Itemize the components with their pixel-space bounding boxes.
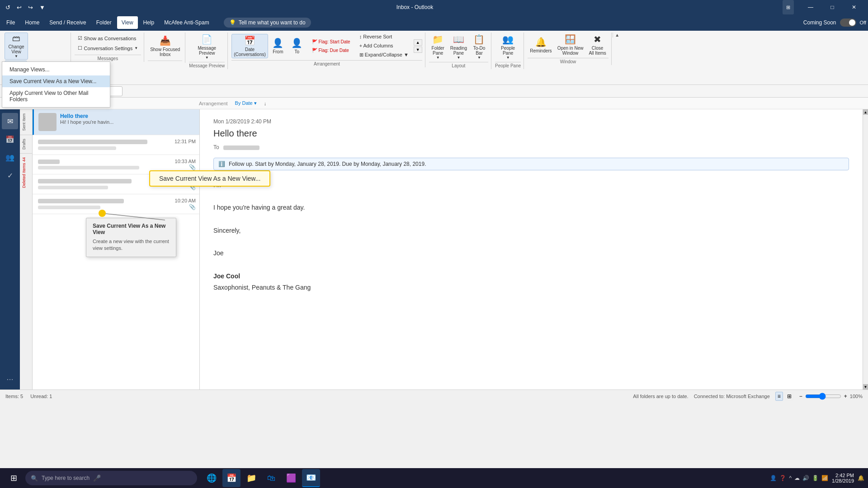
ribbon-minimize-btn[interactable]: ▲ [613, 33, 622, 38]
sync-status: All folders are up to date. [633, 394, 688, 399]
folder-labels: Sent Item Drafts Deleted Items 44 [20, 109, 33, 389]
attachment-icon-5: 📎 [189, 204, 196, 210]
sidebar-calendar-icon[interactable]: 📅 [2, 131, 18, 147]
apply-view-item[interactable]: Apply Current View to Other Mail Folders [2, 87, 110, 105]
expand-collapse-btn[interactable]: ⊞ Expand/Collapse ▼ [356, 51, 412, 59]
taskbar-app-calendar[interactable]: 📅 [222, 469, 241, 487]
reminders-btn[interactable]: 🔔 Reminders [528, 35, 554, 55]
taskbar-app-store[interactable]: 🛍 [262, 469, 280, 487]
layout-row: 📁 FolderPane ▼ 📖 ReadingPane ▼ 📋 To-DoBa… [429, 33, 488, 61]
cloud-icon[interactable]: ☁ [794, 475, 800, 481]
sig-title: Saxophonist, Peanuts & The Gang [213, 282, 849, 293]
redo-btn[interactable]: ↪ [26, 3, 35, 12]
manage-views-item[interactable]: Manage Views... [2, 64, 110, 75]
sidebar-tasks-icon[interactable]: ✓ [2, 167, 18, 183]
scroll-down-btn[interactable]: ▼ [414, 47, 422, 53]
people-icon[interactable]: 👤 [770, 475, 777, 481]
menu-home[interactable]: Home [20, 16, 44, 29]
network-icon[interactable]: 🔊 [802, 475, 809, 481]
from-btn[interactable]: 👤 From [269, 36, 287, 56]
to-label: To [213, 144, 219, 150]
zoom-slider[interactable] [805, 393, 841, 400]
date-conversations-btn[interactable]: 📅 Date(Conversations) [231, 34, 268, 58]
scroll-up-btn[interactable]: ▲ [414, 39, 422, 46]
close-all-btn[interactable]: ✖ CloseAll Items [586, 33, 608, 57]
scroll-down-btn[interactable]: ▼ [863, 384, 868, 389]
question-icon[interactable]: ❓ [779, 475, 786, 481]
reading-pane: Mon 1/28/2019 2:40 PM Hello there To ℹ️ … [200, 109, 863, 389]
taskbar-app-slack[interactable]: 🟪 [282, 469, 300, 487]
close-btn[interactable]: ✕ [844, 0, 864, 14]
sort-desc-arrow[interactable]: ↓ [264, 101, 267, 106]
add-columns-btn[interactable]: + Add Columns [356, 42, 412, 50]
qa-dropdown[interactable]: ▼ [38, 3, 47, 12]
change-view-btn[interactable]: 🗃 ChangeView ▼ [5, 33, 28, 60]
people-pane-btn[interactable]: 👥 PeoplePane ▼ [495, 33, 521, 61]
toggle-off-label: Off [860, 20, 866, 25]
start-button[interactable]: ⊞ [4, 470, 24, 486]
maximize-btn[interactable]: □ [822, 0, 843, 14]
date-icon: 📅 [244, 35, 255, 46]
sidebar-people-icon[interactable]: 👥 [2, 149, 18, 165]
message-preview-btn[interactable]: 📄 MessagePreview ▼ [189, 33, 225, 61]
focused-inbox-group-title [148, 61, 182, 62]
drafts-label[interactable]: Drafts [20, 135, 32, 153]
email-item-5[interactable]: 10:20 AM 📎 [33, 194, 199, 214]
message-preview-group-title: Message Preview [189, 62, 225, 68]
menu-send-receive[interactable]: Send / Receive [45, 16, 90, 29]
show-conversations-btn[interactable]: ☑ Show as Conversations [75, 34, 142, 42]
chevron-icon[interactable]: ^ [789, 475, 792, 481]
reading-pane-btn[interactable]: 📖 ReadingPane ▼ [448, 33, 469, 61]
taskbar-search[interactable]: 🔍 Type here to search 🎤 [25, 471, 197, 485]
sidebar-more-icon[interactable]: … [2, 370, 18, 386]
minimize-btn[interactable]: — [800, 0, 821, 14]
save-view-highlight-btn[interactable]: Save Current View As a New View... [149, 170, 270, 187]
open-new-window-btn[interactable]: 🪟 Open in NewWindow [555, 33, 586, 57]
taskbar-app-edge[interactable]: 🌐 [203, 469, 221, 487]
todo-bar-btn[interactable]: 📋 To-DoBar ▼ [470, 33, 488, 61]
menu-mcafee[interactable]: McAfee Anti-Spam [160, 16, 213, 29]
zoom-in-btn[interactable]: + [844, 393, 847, 399]
by-date-sort[interactable]: By Date ▾ [235, 100, 257, 106]
reverse-sort-btn[interactable]: ↕ Reverse Sort [356, 33, 412, 41]
left-sidebar: ✉ 📅 👥 ✓ … [0, 109, 20, 389]
scroll-up-btn[interactable]: ▲ [863, 109, 868, 115]
zoom-out-btn[interactable]: − [799, 393, 802, 399]
message-preview-group: 📄 MessagePreview ▼ Message Preview [186, 33, 228, 69]
menu-folder[interactable]: Folder [92, 16, 116, 29]
flag-due-btn[interactable]: 🚩 Flag: Due Date [309, 47, 354, 54]
taskbar: ⊞ 🔍 Type here to search 🎤 🌐 📅 📁 🛍 🟪 📧 👤 … [0, 468, 868, 488]
taskbar-app-outlook[interactable]: 📧 [302, 469, 320, 487]
email-content-1: Hello there Hi! I hope you're havin... [60, 113, 195, 125]
taskbar-app-explorer[interactable]: 📁 [242, 469, 260, 487]
to-btn[interactable]: 👤 To [288, 36, 306, 56]
grid-view-btn[interactable]: ⊞ [785, 392, 794, 401]
list-view-btn[interactable]: ≡ [775, 392, 783, 401]
battery-icon[interactable]: 📶 [821, 475, 828, 481]
tell-me-input[interactable]: 💡 Tell me what you want to do [224, 18, 311, 28]
email-item-1[interactable]: Hello there Hi! I hope you're havin... [33, 109, 199, 135]
people-pane-group-title: People Pane [495, 62, 521, 68]
email-item-2[interactable]: 12:31 PM [33, 135, 199, 155]
refresh-btn[interactable]: ↺ [4, 3, 12, 12]
folder-pane-btn[interactable]: 📁 FolderPane ▼ [429, 33, 447, 61]
sidebar-mail-icon[interactable]: ✉ [2, 113, 18, 129]
show-focused-inbox-btn[interactable]: 📥 Show FocusedInbox [148, 33, 182, 60]
flag-start-btn[interactable]: 🚩 Flag: Start Date [309, 38, 354, 46]
menu-view[interactable]: View [117, 16, 138, 29]
email-preview-2 [38, 146, 116, 150]
notification-icon[interactable]: 🔔 [858, 475, 864, 481]
menu-help[interactable]: Help [139, 16, 159, 29]
mic-icon[interactable]: 🎤 [93, 474, 101, 482]
conversation-settings-btn[interactable]: ☐ Conversation Settings ▼ [75, 44, 142, 52]
volume-icon[interactable]: 🔋 [812, 475, 819, 481]
deleted-label[interactable]: Deleted Items 44 [20, 153, 32, 192]
folder-pane-arrow: ▼ [436, 56, 440, 60]
menu-file[interactable]: File [2, 16, 19, 29]
sent-label[interactable]: Sent Item [20, 109, 32, 135]
reading-pane-scrollbar[interactable]: ▲ ▼ [863, 109, 868, 389]
undo-btn[interactable]: ↩ [15, 3, 24, 12]
save-view-item[interactable]: Save Current View As a New View... [2, 75, 110, 87]
show-conversations-label: Show as Conversations [84, 36, 137, 41]
toggle-switch[interactable] [840, 19, 856, 27]
